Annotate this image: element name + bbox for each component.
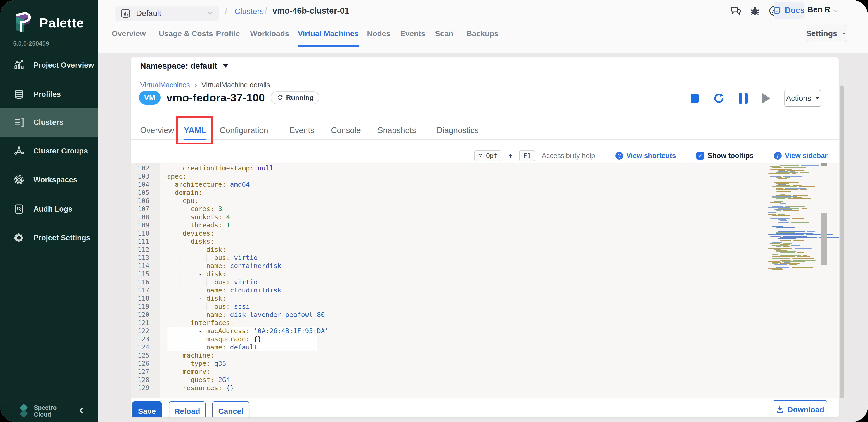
view-sidebar-link[interactable]: i View sidebar xyxy=(774,152,828,160)
tab-virtual-machines[interactable]: Virtual Machines xyxy=(298,29,359,47)
tab-workloads[interactable]: Workloads xyxy=(250,29,289,45)
sidebar-item-audit-logs[interactable]: Audit Logs xyxy=(0,195,98,224)
page-scrollbar[interactable] xyxy=(840,86,844,398)
code-line: 110 devices: xyxy=(131,229,823,237)
sidebar-item-project-settings[interactable]: Project Settings xyxy=(0,223,98,252)
minimap-line xyxy=(793,260,816,261)
status-label: Running xyxy=(286,94,314,101)
chat-icon[interactable] xyxy=(730,5,742,17)
tab-usage-costs[interactable]: Usage & Costs xyxy=(159,29,213,45)
minimap-line xyxy=(768,248,792,249)
sidebar-footer: Spectro Cloud xyxy=(0,400,98,422)
sidebar-item-project-overview[interactable]: Project Overview xyxy=(0,51,98,79)
tab-overview[interactable]: Overview xyxy=(112,29,146,45)
minimap-line xyxy=(770,176,781,177)
user-menu[interactable]: Ben R xyxy=(807,5,830,14)
minimap-line xyxy=(776,250,787,251)
minimap-line xyxy=(768,229,794,229)
code-line: 111 disks: xyxy=(131,237,823,246)
vm-tab-diagnostics[interactable]: Diagnostics xyxy=(437,125,479,139)
vm-tab-configuration[interactable]: Configuration xyxy=(220,125,268,139)
namespace-selector[interactable]: Namespace: default xyxy=(140,61,217,71)
vm-tab-overview[interactable]: Overview xyxy=(140,125,174,139)
actions-dropdown-button[interactable]: Actions xyxy=(784,90,821,107)
settings-button[interactable]: Settings xyxy=(806,25,847,42)
minimap-line xyxy=(776,210,781,212)
view-shortcuts-link[interactable]: ? View shortcuts xyxy=(615,152,676,160)
minimap-line xyxy=(786,204,799,205)
tab-events[interactable]: Events xyxy=(400,29,426,45)
minimap-line xyxy=(780,253,795,253)
chevron-right-icon: › xyxy=(194,80,197,89)
sidebar-item-workspaces[interactable]: Workspaces xyxy=(0,165,98,194)
line-number: 109 xyxy=(131,222,149,229)
code-line: 129 resources: {} xyxy=(131,384,823,392)
editor-scrollbar[interactable] xyxy=(821,213,827,265)
tab-backups[interactable]: Backups xyxy=(466,29,499,45)
sidebar-item-profiles[interactable]: Profiles xyxy=(0,80,98,109)
minimap-line xyxy=(783,236,807,237)
download-button[interactable]: Download xyxy=(773,400,827,418)
code-line: 103spec: xyxy=(131,172,823,181)
vm-badge: VM xyxy=(139,91,160,105)
vm-tab-console[interactable]: Console xyxy=(331,125,361,139)
yaml-editor[interactable]: 102 creationTimestamp: null103spec:104 a… xyxy=(131,163,839,398)
minimap-line xyxy=(776,251,796,252)
minimap-line xyxy=(774,266,784,266)
minimap-line xyxy=(793,197,802,198)
minimap-line xyxy=(772,216,790,216)
cancel-button[interactable]: Cancel xyxy=(212,401,249,418)
virtualmachines-link[interactable]: VirtualMachines xyxy=(140,81,190,89)
pause-button[interactable] xyxy=(739,93,748,103)
code-line: 116 bus: virtio xyxy=(131,278,823,286)
minimap-line xyxy=(807,231,815,232)
save-button[interactable]: Save xyxy=(132,401,162,418)
docs-button[interactable]: Docs xyxy=(774,2,804,19)
caret-down-icon xyxy=(223,64,228,68)
stop-button[interactable] xyxy=(690,94,699,103)
minimap-line xyxy=(768,173,789,174)
vm-tab-yaml[interactable]: YAML xyxy=(184,125,206,140)
minimap-line xyxy=(778,222,788,223)
show-tooltips-toggle[interactable]: ✓ Show tooltips xyxy=(696,152,753,160)
minimap-line xyxy=(772,206,783,206)
minimap-line xyxy=(782,261,805,262)
minimap-line xyxy=(774,264,787,265)
tab-scan[interactable]: Scan xyxy=(435,29,453,45)
bug-report-icon[interactable] xyxy=(749,5,761,17)
vm-tab-snapshots[interactable]: Snapshots xyxy=(378,125,416,139)
project-icon xyxy=(120,8,131,19)
sidebar-item-label: Clusters xyxy=(33,118,63,127)
app-window: Palette 5.0.0-250409 Project OverviewPro… xyxy=(0,0,868,422)
play-button[interactable] xyxy=(762,93,770,104)
minimap-line xyxy=(772,167,782,168)
namespace-bar[interactable]: Namespace: default xyxy=(131,57,839,75)
tab-profile[interactable]: Profile xyxy=(216,29,240,45)
restart-button[interactable] xyxy=(713,92,725,104)
sidebar-item-clusters[interactable]: Clusters xyxy=(0,108,98,137)
show-tooltips-checkbox[interactable]: ✓ xyxy=(696,152,704,160)
minimap-line xyxy=(778,171,788,172)
minimap-line xyxy=(772,258,790,259)
toolbar-divider xyxy=(764,150,764,162)
line-number: 111 xyxy=(131,238,149,245)
minimap-line xyxy=(768,234,804,235)
minimap-line xyxy=(774,209,792,210)
vm-tab-events[interactable]: Events xyxy=(289,125,314,139)
breadcrumb-clusters-link[interactable]: Clusters xyxy=(235,7,264,16)
minimap-line xyxy=(776,195,791,196)
kbd-opt: ⌥ Opt xyxy=(474,150,501,161)
line-number: 104 xyxy=(131,181,149,188)
code-line: 124 name: default xyxy=(131,343,823,351)
sidebar-item-cluster-groups[interactable]: Cluster Groups xyxy=(0,136,98,165)
tab-nodes[interactable]: Nodes xyxy=(367,29,391,45)
minimap-line xyxy=(774,201,783,202)
reload-button[interactable]: Reload xyxy=(169,401,206,418)
code-line: 114 name: containerdisk xyxy=(131,262,823,270)
sidebar-collapse-button[interactable] xyxy=(77,405,87,416)
editor-minimap[interactable] xyxy=(768,165,821,272)
breadcrumb-separator: / xyxy=(265,5,267,15)
code-line: 126 type: q35 xyxy=(131,359,823,367)
code-line: 123 masquerade: {} xyxy=(131,335,823,343)
project-selector[interactable]: Default xyxy=(115,6,219,21)
